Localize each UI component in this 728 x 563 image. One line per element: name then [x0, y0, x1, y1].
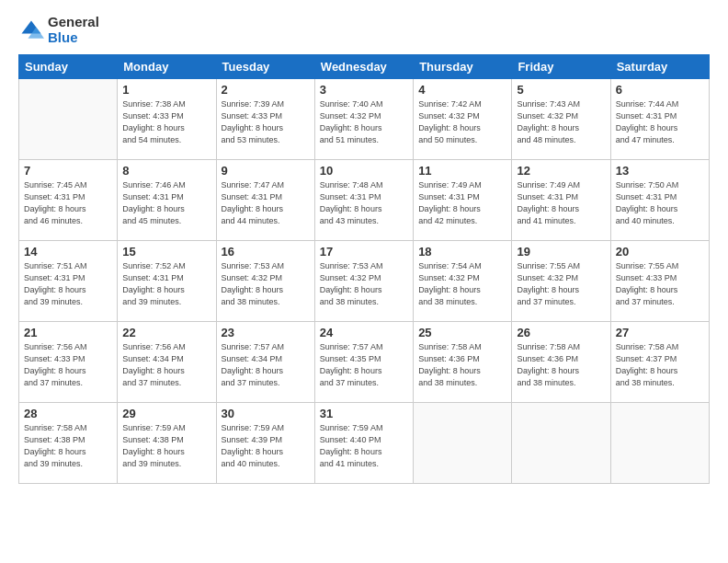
logo-text: General Blue	[48, 15, 99, 45]
day-number: 10	[320, 164, 408, 178]
weekday-wednesday: Wednesday	[314, 55, 413, 79]
calendar-cell: 26Sunrise: 7:58 AMSunset: 4:36 PMDayligh…	[512, 322, 610, 403]
day-number: 11	[418, 164, 506, 178]
calendar-cell: 19Sunrise: 7:55 AMSunset: 4:32 PMDayligh…	[512, 241, 610, 322]
day-info: Sunrise: 7:56 AMSunset: 4:34 PMDaylight:…	[122, 341, 210, 389]
calendar-cell: 13Sunrise: 7:50 AMSunset: 4:31 PMDayligh…	[610, 160, 709, 241]
day-info: Sunrise: 7:56 AMSunset: 4:33 PMDaylight:…	[24, 341, 112, 389]
calendar-cell: 25Sunrise: 7:58 AMSunset: 4:36 PMDayligh…	[414, 322, 512, 403]
weekday-friday: Friday	[512, 55, 610, 79]
calendar-cell: 2Sunrise: 7:39 AMSunset: 4:33 PMDaylight…	[216, 79, 314, 160]
day-number: 5	[517, 83, 605, 97]
weekday-header-row: SundayMondayTuesdayWednesdayThursdayFrid…	[19, 55, 710, 79]
day-info: Sunrise: 7:46 AMSunset: 4:31 PMDaylight:…	[122, 179, 210, 227]
day-number: 15	[122, 245, 210, 259]
calendar-cell: 5Sunrise: 7:43 AMSunset: 4:32 PMDaylight…	[512, 79, 610, 160]
day-info: Sunrise: 7:54 AMSunset: 4:32 PMDaylight:…	[418, 260, 506, 308]
day-info: Sunrise: 7:58 AMSunset: 4:38 PMDaylight:…	[24, 422, 112, 470]
calendar-cell: 12Sunrise: 7:49 AMSunset: 4:31 PMDayligh…	[512, 160, 610, 241]
day-info: Sunrise: 7:42 AMSunset: 4:32 PMDaylight:…	[418, 98, 506, 146]
day-info: Sunrise: 7:39 AMSunset: 4:33 PMDaylight:…	[222, 98, 310, 146]
calendar-cell: 17Sunrise: 7:53 AMSunset: 4:32 PMDayligh…	[314, 241, 413, 322]
day-number: 30	[222, 407, 310, 420]
day-number: 22	[122, 326, 210, 339]
day-info: Sunrise: 7:40 AMSunset: 4:32 PMDaylight:…	[320, 98, 408, 146]
day-number: 14	[24, 245, 112, 259]
calendar-cell: 10Sunrise: 7:48 AMSunset: 4:31 PMDayligh…	[314, 160, 413, 241]
calendar-cell: 1Sunrise: 7:38 AMSunset: 4:33 PMDaylight…	[118, 79, 216, 160]
day-info: Sunrise: 7:47 AMSunset: 4:31 PMDaylight:…	[222, 179, 310, 227]
weekday-thursday: Thursday	[414, 55, 512, 79]
weekday-sunday: Sunday	[19, 55, 118, 79]
day-number: 9	[222, 164, 310, 178]
weekday-saturday: Saturday	[610, 55, 709, 79]
day-number: 6	[616, 83, 704, 97]
calendar-cell: 16Sunrise: 7:53 AMSunset: 4:32 PMDayligh…	[216, 241, 314, 322]
day-number: 20	[616, 245, 704, 259]
calendar-cell: 20Sunrise: 7:55 AMSunset: 4:33 PMDayligh…	[610, 241, 709, 322]
calendar-cell: 14Sunrise: 7:51 AMSunset: 4:31 PMDayligh…	[19, 241, 118, 322]
day-info: Sunrise: 7:44 AMSunset: 4:31 PMDaylight:…	[616, 98, 704, 146]
day-number: 21	[24, 326, 112, 339]
day-info: Sunrise: 7:51 AMSunset: 4:31 PMDaylight:…	[24, 260, 112, 308]
calendar-cell	[19, 79, 118, 160]
calendar-cell: 15Sunrise: 7:52 AMSunset: 4:31 PMDayligh…	[118, 241, 216, 322]
calendar-week-1: 1Sunrise: 7:38 AMSunset: 4:33 PMDaylight…	[19, 79, 710, 160]
calendar-week-2: 7Sunrise: 7:45 AMSunset: 4:31 PMDaylight…	[19, 160, 710, 241]
day-info: Sunrise: 7:52 AMSunset: 4:31 PMDaylight:…	[122, 260, 210, 308]
day-info: Sunrise: 7:57 AMSunset: 4:35 PMDaylight:…	[320, 341, 408, 389]
weekday-tuesday: Tuesday	[216, 55, 314, 79]
day-info: Sunrise: 7:59 AMSunset: 4:39 PMDaylight:…	[222, 422, 310, 470]
calendar-table: SundayMondayTuesdayWednesdayThursdayFrid…	[18, 54, 710, 484]
header: General Blue	[18, 15, 710, 45]
day-number: 27	[616, 326, 704, 339]
calendar-cell	[512, 403, 610, 484]
day-info: Sunrise: 7:58 AMSunset: 4:37 PMDaylight:…	[616, 341, 704, 389]
day-info: Sunrise: 7:49 AMSunset: 4:31 PMDaylight:…	[418, 179, 506, 227]
calendar-week-5: 28Sunrise: 7:58 AMSunset: 4:38 PMDayligh…	[19, 403, 710, 484]
logo: General Blue	[18, 15, 99, 45]
day-number: 8	[122, 164, 210, 178]
day-info: Sunrise: 7:43 AMSunset: 4:32 PMDaylight:…	[517, 98, 605, 146]
day-number: 19	[517, 245, 605, 259]
day-number: 23	[222, 326, 310, 339]
day-number: 18	[418, 245, 506, 259]
day-info: Sunrise: 7:55 AMSunset: 4:32 PMDaylight:…	[517, 260, 605, 308]
calendar-cell: 31Sunrise: 7:59 AMSunset: 4:40 PMDayligh…	[314, 403, 413, 484]
day-info: Sunrise: 7:55 AMSunset: 4:33 PMDaylight:…	[616, 260, 704, 308]
day-info: Sunrise: 7:49 AMSunset: 4:31 PMDaylight:…	[517, 179, 605, 227]
day-number: 4	[418, 83, 506, 97]
calendar-cell: 6Sunrise: 7:44 AMSunset: 4:31 PMDaylight…	[610, 79, 709, 160]
day-info: Sunrise: 7:59 AMSunset: 4:40 PMDaylight:…	[320, 422, 408, 470]
calendar-cell: 8Sunrise: 7:46 AMSunset: 4:31 PMDaylight…	[118, 160, 216, 241]
day-info: Sunrise: 7:57 AMSunset: 4:34 PMDaylight:…	[222, 341, 310, 389]
day-number: 16	[222, 245, 310, 259]
calendar-cell: 30Sunrise: 7:59 AMSunset: 4:39 PMDayligh…	[216, 403, 314, 484]
day-info: Sunrise: 7:58 AMSunset: 4:36 PMDaylight:…	[517, 341, 605, 389]
day-info: Sunrise: 7:58 AMSunset: 4:36 PMDaylight:…	[418, 341, 506, 389]
day-info: Sunrise: 7:45 AMSunset: 4:31 PMDaylight:…	[24, 179, 112, 227]
calendar-cell	[414, 403, 512, 484]
calendar-cell: 22Sunrise: 7:56 AMSunset: 4:34 PMDayligh…	[118, 322, 216, 403]
day-number: 25	[418, 326, 506, 339]
day-info: Sunrise: 7:53 AMSunset: 4:32 PMDaylight:…	[222, 260, 310, 308]
logo-icon	[18, 17, 44, 43]
day-info: Sunrise: 7:59 AMSunset: 4:38 PMDaylight:…	[122, 422, 210, 470]
calendar-cell: 11Sunrise: 7:49 AMSunset: 4:31 PMDayligh…	[414, 160, 512, 241]
day-info: Sunrise: 7:38 AMSunset: 4:33 PMDaylight:…	[122, 98, 210, 146]
calendar-cell: 24Sunrise: 7:57 AMSunset: 4:35 PMDayligh…	[314, 322, 413, 403]
calendar-cell: 3Sunrise: 7:40 AMSunset: 4:32 PMDaylight…	[314, 79, 413, 160]
calendar-week-3: 14Sunrise: 7:51 AMSunset: 4:31 PMDayligh…	[19, 241, 710, 322]
calendar-cell: 23Sunrise: 7:57 AMSunset: 4:34 PMDayligh…	[216, 322, 314, 403]
calendar-cell: 18Sunrise: 7:54 AMSunset: 4:32 PMDayligh…	[414, 241, 512, 322]
calendar-cell: 21Sunrise: 7:56 AMSunset: 4:33 PMDayligh…	[19, 322, 118, 403]
weekday-monday: Monday	[118, 55, 216, 79]
day-number: 31	[320, 407, 408, 420]
day-number: 13	[616, 164, 704, 178]
day-number: 3	[320, 83, 408, 97]
calendar-cell: 9Sunrise: 7:47 AMSunset: 4:31 PMDaylight…	[216, 160, 314, 241]
day-number: 26	[517, 326, 605, 339]
day-number: 29	[122, 407, 210, 420]
calendar-cell	[610, 403, 709, 484]
day-info: Sunrise: 7:48 AMSunset: 4:31 PMDaylight:…	[320, 179, 408, 227]
